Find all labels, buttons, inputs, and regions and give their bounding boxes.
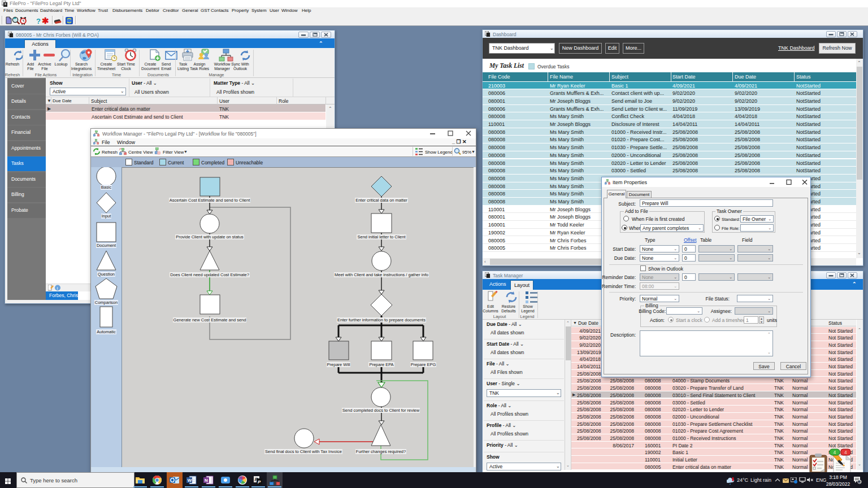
svg-text:4: 4	[844, 450, 847, 455]
svg-text:N: N	[205, 478, 208, 483]
svg-text:✱: ✱	[42, 16, 49, 25]
svg-text:i: i	[57, 286, 58, 291]
svg-text:P: P	[258, 480, 261, 485]
svg-text:?: ?	[36, 17, 41, 25]
svg-text:3: 3	[859, 480, 861, 483]
svg-text:W: W	[188, 478, 192, 483]
svg-text:4: 4	[834, 450, 836, 455]
